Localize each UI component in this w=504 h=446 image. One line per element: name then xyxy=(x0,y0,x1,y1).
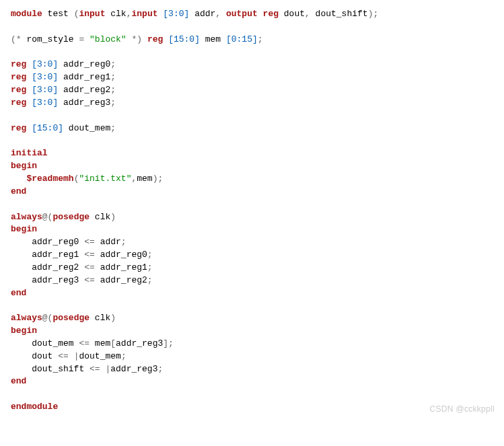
ident-addrreg2: addr_reg2 xyxy=(58,85,110,95)
keyword-reg: reg xyxy=(263,9,279,19)
keyword-initial: initial xyxy=(11,148,48,158)
paren: ) xyxy=(110,313,116,323)
space xyxy=(258,9,263,19)
semi: ; xyxy=(157,364,163,374)
ident-mem: mem xyxy=(200,34,226,44)
keyword-input: input xyxy=(131,9,157,19)
nonblock-op: <= xyxy=(79,338,89,348)
paren: ); xyxy=(368,9,379,19)
ident-addrreg3: addr_reg3 xyxy=(116,338,163,348)
ident-dout: dout xyxy=(279,9,305,19)
space xyxy=(69,351,74,361)
ident-addrreg3: addr_reg3 xyxy=(58,98,110,108)
stmt: dout_shift xyxy=(11,364,89,374)
comma: , xyxy=(215,9,226,19)
ident-doutmem: dout_mem xyxy=(79,351,120,361)
keyword-begin: begin xyxy=(11,161,37,171)
keyword-end: end xyxy=(11,376,26,386)
semi: ; xyxy=(121,237,127,247)
attrib-close: *) xyxy=(131,34,142,44)
ident-clk: clk xyxy=(89,212,110,222)
ident-addr: addr xyxy=(189,9,215,19)
semi: ; xyxy=(258,34,263,44)
semi: ; xyxy=(147,262,153,272)
ident-test: test xyxy=(42,9,74,19)
keyword-always: always xyxy=(11,212,42,222)
bracket: ]; xyxy=(163,338,174,348)
semi: ; xyxy=(121,351,127,361)
nonblock-op: <= xyxy=(84,237,95,247)
at: @( xyxy=(42,313,53,323)
string-block: "block" xyxy=(89,34,127,44)
ident-addrreg0: addr_reg0 xyxy=(58,59,110,69)
keyword-reg: reg xyxy=(11,85,26,95)
keyword-begin: begin xyxy=(11,224,37,234)
nonblock-op: <= xyxy=(84,250,95,260)
string-init: "init.txt" xyxy=(79,174,131,184)
nonblock-op: <= xyxy=(84,262,95,272)
index-range: [0:15] xyxy=(226,34,258,44)
ident-doutshift: dout_shift xyxy=(316,9,368,19)
index-range: [3:0] xyxy=(32,72,58,82)
rhs: addr_reg1 xyxy=(95,262,147,272)
index-range: [3:0] xyxy=(32,59,58,69)
index-range: [15:0] xyxy=(168,34,200,44)
keyword-always: always xyxy=(11,313,42,323)
semi: ; xyxy=(147,250,153,260)
indent xyxy=(11,174,26,184)
semi: ; xyxy=(110,98,116,108)
ident-addrreg1: addr_reg1 xyxy=(58,72,110,82)
bracket: [ xyxy=(110,338,116,348)
space xyxy=(84,34,89,44)
paren: ); xyxy=(153,174,164,184)
keyword-end: end xyxy=(11,288,26,298)
keyword-reg: reg xyxy=(11,59,26,69)
paren: ) xyxy=(110,212,116,222)
keyword-reg: reg xyxy=(11,72,26,82)
ident-romstyle: rom_style xyxy=(22,34,79,44)
keyword-reg: reg xyxy=(147,34,163,44)
rhs: addr xyxy=(95,237,121,247)
keyword-begin: begin xyxy=(11,326,37,336)
keyword-module: module xyxy=(11,9,42,19)
stmt: dout xyxy=(11,351,58,361)
nonblock-op: <= xyxy=(84,275,95,285)
attrib-open: (* xyxy=(11,34,22,44)
ident-clk: clk xyxy=(105,9,126,19)
space xyxy=(142,34,147,44)
keyword-endmodule: endmodule xyxy=(11,402,58,412)
space xyxy=(163,34,168,44)
rhs: mem xyxy=(89,338,110,348)
stmt: addr_reg0 xyxy=(11,237,84,247)
keyword-reg: reg xyxy=(11,98,26,108)
keyword-posedge: posedge xyxy=(52,212,89,222)
semi: ; xyxy=(110,72,116,82)
comma: , xyxy=(305,9,316,19)
at: @( xyxy=(42,212,53,222)
task-readmemh: $readmemh xyxy=(26,174,73,184)
index-range: [3:0] xyxy=(163,9,189,19)
ident-doutmem: dout_mem xyxy=(63,123,110,133)
code-block: module test (input clk,input [3:0] addr,… xyxy=(11,8,493,414)
keyword-output: output xyxy=(226,9,258,19)
ident-mem: mem xyxy=(137,174,152,184)
rhs: addr_reg0 xyxy=(95,250,147,260)
semi: ; xyxy=(147,275,153,285)
keyword-input: input xyxy=(79,9,105,19)
index-range: [15:0] xyxy=(32,123,63,133)
nonblock-op: <= xyxy=(89,364,100,374)
semi: ; xyxy=(110,123,116,133)
index-range: [3:0] xyxy=(32,98,58,108)
keyword-posedge: posedge xyxy=(52,313,89,323)
ident-clk: clk xyxy=(89,313,110,323)
stmt: dout_mem xyxy=(11,338,79,348)
stmt: addr_reg3 xyxy=(11,275,84,285)
nonblock-op: <= xyxy=(58,351,69,361)
stmt: addr_reg1 xyxy=(11,250,84,260)
index-range: [3:0] xyxy=(32,85,58,95)
keyword-reg: reg xyxy=(11,123,26,133)
semi: ; xyxy=(110,85,116,95)
semi: ; xyxy=(110,59,116,69)
ident-addrreg3: addr_reg3 xyxy=(110,364,157,374)
rhs: addr_reg2 xyxy=(95,275,147,285)
